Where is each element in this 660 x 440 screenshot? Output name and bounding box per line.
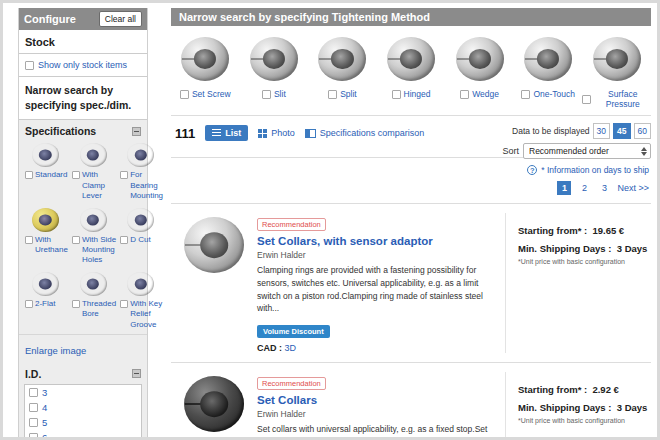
method-label[interactable]: Surface Pressure xyxy=(594,89,651,109)
display-45-button[interactable]: 45 xyxy=(613,123,630,139)
method-label[interactable]: One-Touch xyxy=(533,89,575,99)
spec-filter-side-mounting-holes[interactable]: With Side Mounting Holes xyxy=(69,207,117,266)
id-checkbox[interactable] xyxy=(29,418,38,427)
list-view-label: List xyxy=(225,128,241,138)
method-label[interactable]: Hinged xyxy=(404,89,431,99)
method-checkbox[interactable] xyxy=(328,90,337,99)
collar-image xyxy=(181,37,229,81)
id-filter-title: I.D. xyxy=(25,368,41,380)
spec-filter-urethane[interactable]: With Urethane xyxy=(22,207,69,266)
page-1-button[interactable]: 1 xyxy=(557,181,571,195)
spec-label[interactable]: D Cut xyxy=(130,235,150,245)
spec-filter-standard[interactable]: Standard xyxy=(22,142,69,201)
product-price-panel: Starting from* : 19.65 € Min. Shipping D… xyxy=(505,213,651,353)
question-icon[interactable]: ? xyxy=(527,165,537,175)
cad-3d-link[interactable]: 3D xyxy=(285,343,297,353)
sort-select[interactable]: Recommended order xyxy=(523,143,651,159)
method-filter-hinged[interactable]: Hinged xyxy=(377,34,446,109)
spec-filter-clamp-lever[interactable]: With Clamp Lever xyxy=(69,142,117,201)
id-option-label[interactable]: 3 xyxy=(42,387,47,398)
spec-label[interactable]: With Urethane xyxy=(35,235,68,256)
method-filter-slit[interactable]: Slit xyxy=(240,34,309,109)
id-option-label[interactable]: 4 xyxy=(42,402,47,413)
clear-all-button[interactable]: Clear all xyxy=(99,11,142,27)
spec-checkbox[interactable] xyxy=(72,236,80,244)
photo-view-label[interactable]: Photo xyxy=(271,128,295,138)
spec-label[interactable]: Threaded Bore xyxy=(82,299,116,320)
id-option-row[interactable]: 3 xyxy=(25,385,141,400)
product-image[interactable] xyxy=(171,372,257,440)
method-label[interactable]: Split xyxy=(340,89,357,99)
method-filter-wedge[interactable]: Wedge xyxy=(445,34,514,109)
method-filter-split[interactable]: Split xyxy=(308,34,377,109)
method-label[interactable]: Slit xyxy=(274,89,286,99)
spec-filter-key-relief-groove[interactable]: With Key Relief Groove xyxy=(117,271,164,330)
spec-label[interactable]: Standard xyxy=(35,170,67,180)
spec-checkbox[interactable] xyxy=(72,171,80,179)
method-filter-one-touch[interactable]: One-Touch xyxy=(514,34,583,109)
product-title-link[interactable]: Set Collars, with sensor adaptor xyxy=(257,235,495,247)
price-label: Starting from* : xyxy=(518,384,587,395)
spec-checkbox[interactable] xyxy=(120,236,128,244)
method-checkbox[interactable] xyxy=(262,90,271,99)
stock-filter-row[interactable]: Show only stock items xyxy=(19,54,147,77)
specifications-section-header: Specifications xyxy=(19,120,147,140)
display-30-button[interactable]: 30 xyxy=(593,123,610,139)
spec-checkbox[interactable] xyxy=(25,300,33,308)
spec-filter-bearing-mounting[interactable]: For Bearing Mounting xyxy=(117,142,164,201)
shipping-label: Min. Shipping Days : xyxy=(518,402,611,413)
id-option-row[interactable]: 5 xyxy=(25,415,141,430)
spec-checkbox[interactable] xyxy=(72,300,80,308)
method-checkbox[interactable] xyxy=(582,95,591,104)
id-checkbox[interactable] xyxy=(29,433,38,440)
spec-filter-d-cut[interactable]: D Cut xyxy=(117,207,164,266)
method-checkbox[interactable] xyxy=(460,90,469,99)
method-checkbox[interactable] xyxy=(521,90,530,99)
method-checkbox[interactable] xyxy=(180,90,189,99)
id-checkbox[interactable] xyxy=(29,388,38,397)
collar-image xyxy=(80,272,107,296)
spec-checkbox[interactable] xyxy=(120,300,128,308)
enlarge-image-link[interactable]: Enlarge image xyxy=(25,345,86,356)
configure-header: Configure Clear all xyxy=(19,8,147,30)
id-option-row[interactable]: 6 xyxy=(25,430,141,440)
spec-checkbox[interactable] xyxy=(25,171,33,179)
method-checkbox[interactable] xyxy=(392,90,401,99)
spec-filter-2-flat[interactable]: 2-Flat xyxy=(22,271,69,330)
collar-image xyxy=(32,143,59,167)
stock-checkbox-label[interactable]: Show only stock items xyxy=(38,60,127,70)
spec-label[interactable]: With Clamp Lever xyxy=(82,170,116,201)
next-page-button[interactable]: Next >> xyxy=(617,183,649,193)
spec-label[interactable]: For Bearing Mounting xyxy=(130,170,163,201)
collapse-icon[interactable] xyxy=(132,369,141,378)
method-label[interactable]: Wedge xyxy=(472,89,499,99)
id-checkbox[interactable] xyxy=(29,403,38,412)
spec-comparison-label[interactable]: Specifications comparison xyxy=(320,128,425,138)
method-filter-surface-pressure[interactable]: Surface Pressure xyxy=(582,34,651,109)
spec-checkbox[interactable] xyxy=(120,171,128,179)
product-image[interactable] xyxy=(171,213,257,353)
stock-checkbox[interactable] xyxy=(25,61,34,70)
spec-filter-threaded-bore[interactable]: Threaded Bore xyxy=(69,271,117,330)
stock-section-title: Stock xyxy=(19,30,147,54)
spec-label[interactable]: With Side Mounting Holes xyxy=(82,235,116,266)
page-2-button[interactable]: 2 xyxy=(577,181,591,195)
ship-info-link[interactable]: * Information on days to ship xyxy=(541,165,649,175)
method-label[interactable]: Set Screw xyxy=(192,89,231,99)
specifications-title: Specifications xyxy=(25,125,96,137)
collapse-icon[interactable] xyxy=(132,127,141,136)
method-filter-set-screw[interactable]: Set Screw xyxy=(171,34,240,109)
id-option-row[interactable]: 4 xyxy=(25,400,141,415)
id-option-label[interactable]: 6 xyxy=(42,432,47,440)
spec-label[interactable]: With Key Relief Groove xyxy=(130,299,163,330)
display-60-button[interactable]: 60 xyxy=(634,123,651,139)
photo-view-button[interactable]: Photo xyxy=(258,128,295,138)
collar-thumbnail xyxy=(377,34,446,84)
spec-checkbox[interactable] xyxy=(25,236,33,244)
product-title-link[interactable]: Set Collars xyxy=(257,394,495,406)
id-option-label[interactable]: 5 xyxy=(42,417,47,428)
page-3-button[interactable]: 3 xyxy=(597,181,611,195)
list-view-button[interactable]: List xyxy=(205,125,248,141)
spec-label[interactable]: 2-Flat xyxy=(35,299,55,309)
spec-comparison-button[interactable]: Specifications comparison xyxy=(305,128,425,138)
